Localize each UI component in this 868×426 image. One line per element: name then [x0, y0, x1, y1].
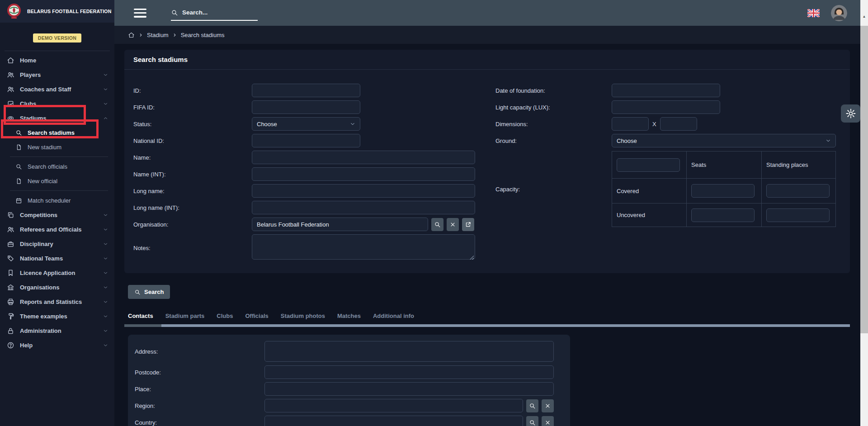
- bank-icon: [7, 284, 14, 291]
- scrollbar-thumb[interactable]: [860, 26, 868, 333]
- fifa-id-label: FIFA ID:: [133, 104, 252, 111]
- sidebar-item-new-stadium[interactable]: New stadium: [0, 140, 114, 154]
- breadcrumb-item-stadium[interactable]: Stadium: [147, 32, 169, 38]
- uk-flag-icon[interactable]: [807, 9, 820, 17]
- region-input[interactable]: [264, 399, 523, 412]
- sidebar-item-search-stadiums[interactable]: Search stadiums: [0, 125, 114, 140]
- name-int-input[interactable]: [252, 167, 475, 181]
- ground-select-value: Choose: [617, 137, 637, 144]
- submenu-divider: [10, 156, 108, 157]
- tab-underline-track: [161, 324, 850, 327]
- address-label: Address:: [128, 348, 264, 355]
- organisation-clear-button[interactable]: [447, 218, 459, 231]
- avatar[interactable]: [831, 5, 847, 21]
- sidebar-item-help[interactable]: Help: [0, 338, 114, 352]
- capacity-header-input[interactable]: [617, 158, 680, 172]
- country-input[interactable]: [264, 416, 523, 426]
- name-input[interactable]: [252, 151, 475, 164]
- form-row: Date of foundation:: [495, 84, 844, 97]
- scroll-up-arrow[interactable]: ▲: [860, 14, 868, 19]
- covered-standing-input[interactable]: [766, 184, 830, 198]
- sidebar-item-disciplinary[interactable]: Disciplinary: [0, 237, 114, 251]
- organisation-open-button[interactable]: [462, 218, 474, 231]
- uncovered-seats-input[interactable]: [691, 208, 755, 222]
- tab-matches[interactable]: Matches: [337, 312, 361, 319]
- sidebar-item-reports-and-statistics[interactable]: Reports and Statistics: [0, 294, 114, 309]
- long-name-int-input[interactable]: [252, 201, 475, 214]
- demo-version-badge: DEMO VERSION: [33, 33, 81, 43]
- search-button[interactable]: Search: [128, 285, 170, 299]
- search-icon: [15, 129, 22, 136]
- postcode-label: Postcode:: [128, 369, 264, 376]
- seats-column-header: Seats: [687, 151, 762, 179]
- notes-textarea[interactable]: [252, 234, 475, 260]
- uncovered-standing-input[interactable]: [766, 208, 830, 222]
- status-select[interactable]: Choose: [252, 117, 360, 131]
- sidebar-item-new-official[interactable]: New official: [0, 174, 114, 188]
- region-clear-button[interactable]: [542, 399, 554, 412]
- sidebar-item-label: Licence Application: [20, 270, 75, 276]
- sidebar-item-organisations[interactable]: Organisations: [0, 280, 114, 294]
- tab-stadium-photos[interactable]: Stadium photos: [281, 312, 325, 319]
- help-icon: [7, 341, 14, 349]
- ground-select[interactable]: Choose: [612, 134, 836, 147]
- organisation-lookup-button[interactable]: [431, 218, 443, 231]
- page-title: Search stadiums: [124, 50, 850, 70]
- id-input[interactable]: [252, 84, 360, 97]
- national-id-input[interactable]: [252, 134, 360, 147]
- sidebar-item-coaches-and-staff[interactable]: Coaches and Staff: [0, 82, 114, 96]
- home-icon[interactable]: [128, 32, 135, 38]
- scrollbar[interactable]: ▲: [860, 0, 868, 426]
- sidebar-item-theme-examples[interactable]: Theme examples: [0, 309, 114, 323]
- sidebar: BELARUS FOOTBALL FEDERATION DEMO VERSION…: [0, 0, 114, 426]
- light-capacity-input[interactable]: [612, 100, 720, 114]
- breadcrumb-item-search-stadiums[interactable]: Search stadiums: [181, 32, 225, 38]
- settings-button[interactable]: [841, 104, 860, 123]
- country-lookup-button[interactable]: [526, 416, 538, 426]
- organisation-input[interactable]: [252, 218, 428, 231]
- crest-logo: [5, 3, 23, 20]
- sidebar-item-competitions[interactable]: Competitions: [0, 208, 114, 222]
- sidebar-item-label: Administration: [20, 327, 61, 334]
- hamburger-menu-button[interactable]: [134, 9, 146, 18]
- long-name-input[interactable]: [252, 184, 475, 198]
- chevron-down-icon: [103, 72, 108, 78]
- address-textarea[interactable]: [264, 341, 554, 362]
- fifa-id-input[interactable]: [252, 100, 360, 114]
- tab-clubs[interactable]: Clubs: [217, 312, 233, 319]
- tab-officials[interactable]: Officials: [245, 312, 268, 319]
- search-icon: [529, 402, 536, 409]
- dimensions-separator: X: [652, 121, 656, 128]
- sidebar-item-administration[interactable]: Administration: [0, 323, 114, 338]
- sidebar-header: BELARUS FOOTBALL FEDERATION: [0, 0, 114, 23]
- long-name-int-label: Long name (INT):: [133, 204, 252, 211]
- dimensions-width-input[interactable]: [660, 117, 697, 131]
- sidebar-item-stadiums[interactable]: Stadiums: [0, 111, 114, 125]
- date-of-foundation-input[interactable]: [612, 84, 720, 97]
- tab-stadium-parts[interactable]: Stadium parts: [165, 312, 205, 319]
- sidebar-item-match-scheduler[interactable]: Match scheduler: [0, 193, 114, 208]
- region-lookup-button[interactable]: [526, 399, 538, 412]
- sidebar-item-referees-and-officials[interactable]: Referees and Officials: [0, 222, 114, 237]
- sidebar-item-clubs[interactable]: Clubs: [0, 96, 114, 111]
- sidebar-item-label: Organisations: [20, 284, 59, 291]
- country-clear-button[interactable]: [542, 416, 554, 426]
- form-row: Address:: [128, 341, 570, 362]
- sidebar-item-national-teams[interactable]: National Teams: [0, 251, 114, 265]
- place-label: Place:: [128, 386, 264, 393]
- chevron-right-icon: [139, 33, 143, 37]
- sidebar-item-licence-application[interactable]: Licence Application: [0, 265, 114, 280]
- tab-contacts[interactable]: Contacts: [128, 312, 153, 319]
- search-icon: [434, 221, 441, 228]
- tab-additional-info[interactable]: Additional info: [373, 312, 414, 319]
- sidebar-item-search-officials[interactable]: Search officials: [0, 159, 114, 174]
- postcode-input[interactable]: [264, 365, 554, 379]
- sidebar-item-home[interactable]: Home: [0, 53, 114, 67]
- sidebar-item-label: New stadium: [28, 144, 61, 151]
- place-input[interactable]: [264, 382, 554, 396]
- covered-seats-input[interactable]: [691, 184, 755, 198]
- sidebar-item-label: National Teams: [20, 255, 63, 262]
- search-input[interactable]: [182, 9, 245, 16]
- dimensions-length-input[interactable]: [612, 117, 649, 131]
- sidebar-item-players[interactable]: Players: [0, 67, 114, 82]
